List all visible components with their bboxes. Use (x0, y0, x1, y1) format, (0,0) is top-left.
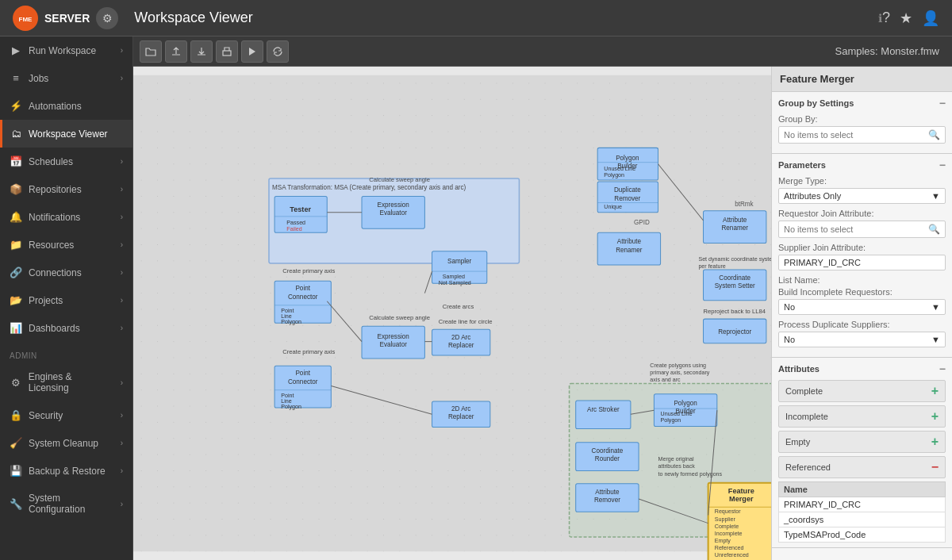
sidebar-item-run-workspace[interactable]: ▶ Run Workspace › (0, 36, 132, 64)
sidebar-item-resources[interactable]: 📁 Resources › (0, 231, 132, 259)
attributes-label: Attributes (778, 364, 820, 374)
merge-type-select[interactable]: Attributes Only ▼ (778, 188, 946, 204)
svg-text:primary axis, secondary: primary axis, secondary (650, 370, 710, 376)
chevron-icon: › (121, 500, 123, 508)
logo-area: FME SERVER ⚙ (13, 6, 118, 31)
svg-text:GPID: GPID (634, 219, 650, 226)
sidebar-label-projects: Projects (29, 295, 63, 306)
sidebar-item-repositories[interactable]: 📦 Repositories › (0, 175, 132, 203)
chevron-icon: › (121, 466, 123, 475)
referenced-table: Name PRIMARY_ID_CRC _coordsys TypeMS (778, 481, 946, 543)
sidebar-item-schedules[interactable]: 📅 Schedules › (0, 148, 132, 175)
group-by-settings-section: Group by Settings − Group By: 🔍 (772, 92, 952, 154)
sidebar-item-engines[interactable]: ⚙ Engines & Licensing › (0, 363, 132, 401)
svg-text:Attribute: Attribute (723, 217, 747, 224)
sidebar-item-connections[interactable]: 🔗 Connections › (0, 259, 132, 286)
svg-text:Calculate sweep angle: Calculate sweep angle (369, 314, 430, 321)
sidebar-label-run-workspace: Run Workspace (29, 45, 96, 56)
svg-text:Evaluator: Evaluator (380, 341, 408, 348)
sidebar-item-system-config[interactable]: 🔧 System Configuration › (0, 485, 132, 523)
svg-text:Replacer: Replacer (448, 413, 474, 420)
svg-text:Create primary axis: Create primary axis (282, 267, 335, 274)
chevron-icon: › (121, 268, 123, 277)
refresh-button[interactable] (267, 40, 289, 63)
sidebar-label-security: Security (29, 410, 63, 421)
svg-text:btRmk: btRmk (735, 201, 754, 208)
attr-empty-add-btn[interactable]: + (931, 435, 939, 449)
help-icon[interactable]: ? (882, 10, 890, 26)
svg-text:Expression: Expression (378, 201, 409, 209)
attr-referenced-remove-btn[interactable]: − (931, 460, 939, 474)
svg-text:Point: Point (295, 286, 310, 293)
header-icons: ? ★ 👤 (882, 10, 939, 27)
attr-referenced-label: Referenced (785, 462, 831, 472)
sidebar-item-dashboards[interactable]: 📊 Dashboards › (0, 314, 132, 342)
sidebar-label-connections: Connections (29, 267, 82, 278)
svg-text:Point: Point (295, 370, 310, 377)
merge-type-label: Merge Type: (778, 176, 946, 186)
sidebar-item-workspace-viewer[interactable]: 🗂 Workspace Viewer (0, 120, 132, 148)
attr-incomplete-add-btn[interactable]: + (931, 409, 939, 424)
canvas-area[interactable]: MSA Transformation: MSA (Create primary,… (133, 67, 771, 560)
sidebar-item-projects[interactable]: 📂 Projects › (0, 286, 132, 314)
cleanup-icon: 🧹 (10, 437, 22, 449)
panel-header: Feature Merger (772, 67, 952, 92)
sidebar-label-engines: Engines & Licensing (29, 371, 114, 393)
svg-text:Passed: Passed (286, 220, 305, 226)
table-row: TypeMSAProd_Code (779, 527, 946, 543)
svg-text:Polygon: Polygon (661, 417, 681, 424)
sidebar-item-notifications[interactable]: 🔔 Notifications › (0, 203, 132, 231)
sidebar-item-security[interactable]: 🔒 Security › (0, 401, 132, 429)
svg-text:Set dynamic coordinate system: Set dynamic coordinate system (698, 256, 771, 263)
jobs-icon: ≡ (10, 72, 22, 84)
supplier-join-field[interactable]: PRIMARY_ID_CRC (778, 255, 946, 270)
sidebar-item-automations[interactable]: ⚡ Automations (0, 92, 132, 120)
filename-label: Samples: Monster.fmw (835, 45, 940, 57)
sidebar-item-backup[interactable]: 💾 Backup & Restore › (0, 457, 132, 485)
svg-text:Unique: Unique (604, 204, 622, 210)
print-button[interactable] (216, 40, 238, 63)
group-by-input[interactable]: 🔍 (778, 126, 946, 144)
parameters-label: Parameters (778, 160, 826, 170)
download-button[interactable] (190, 40, 213, 63)
svg-text:Polygon: Polygon (674, 400, 697, 407)
sidebar-item-jobs[interactable]: ≡ Jobs › (0, 64, 132, 92)
build-incomplete-select[interactable]: No ▼ (778, 299, 946, 315)
svg-text:2D Arc: 2D Arc (451, 405, 470, 412)
favorites-icon[interactable]: ★ (900, 10, 912, 27)
svg-text:2D Arc: 2D Arc (451, 334, 470, 341)
svg-text:Evaluator: Evaluator (380, 209, 408, 217)
ref-table-name-header: Name (779, 482, 946, 497)
sidebar-item-cleanup[interactable]: 🧹 System Cleanup › (0, 429, 132, 457)
logo-text: SERVER (44, 12, 90, 25)
ref-row-primary-id: PRIMARY_ID_CRC (779, 497, 946, 512)
svg-text:Unreferenced: Unreferenced (715, 552, 749, 558)
attr-complete-add-btn[interactable]: + (931, 384, 939, 398)
process-duplicate-select[interactable]: No ▼ (778, 332, 946, 347)
requestor-join-search-input[interactable] (779, 222, 923, 236)
schedules-icon: 📅 (10, 155, 22, 167)
group-by-search-input[interactable] (779, 128, 923, 142)
upload-button[interactable] (165, 40, 187, 63)
chevron-icon: › (121, 213, 123, 221)
svg-text:Arc Stroker: Arc Stroker (587, 406, 620, 413)
requestor-join-input[interactable]: 🔍 (778, 221, 946, 238)
group-by-collapse-btn[interactable]: − (939, 97, 946, 109)
merge-type-arrow: ▼ (931, 191, 940, 201)
folder-button[interactable] (140, 40, 162, 63)
svg-text:Renamer: Renamer (616, 247, 643, 254)
svg-text:Connector: Connector (288, 378, 318, 385)
attributes-collapse-btn[interactable]: − (939, 362, 946, 375)
build-incomplete-label: Build Incomplete Requestors: (778, 287, 946, 297)
user-icon[interactable]: 👤 (922, 10, 939, 27)
admin-section-label: ADMIN (0, 342, 132, 363)
content-area: Samples: Monster.fmw (133, 36, 952, 560)
sidebar-label-dashboards: Dashboards (29, 323, 80, 334)
run-button[interactable] (241, 40, 263, 63)
sidebar-label-system-config: System Configuration (29, 493, 114, 515)
svg-text:Create line for circle: Create line for circle (439, 318, 493, 325)
requestor-search-icon: 🔍 (923, 221, 945, 237)
supplier-join-label: Supplier Join Attribute: (778, 243, 946, 252)
settings-icon-btn[interactable]: ⚙ (96, 7, 118, 29)
parameters-collapse-btn[interactable]: − (939, 159, 946, 171)
